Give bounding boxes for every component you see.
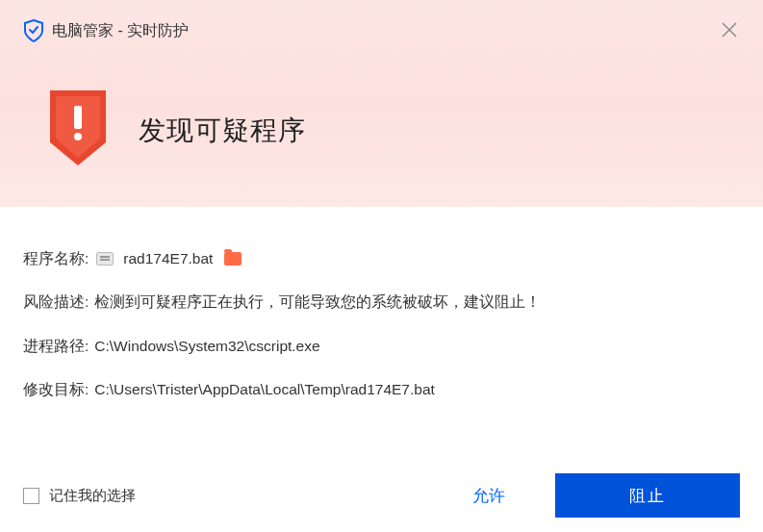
bat-file-icon bbox=[96, 252, 114, 266]
close-button[interactable] bbox=[721, 21, 738, 38]
risk-label: 风险描述: bbox=[23, 291, 89, 313]
remember-choice-section: 记住我的选择 bbox=[23, 487, 136, 505]
program-name-row: 程序名称: rad174E7.bat bbox=[23, 247, 740, 269]
svg-point-3 bbox=[74, 133, 82, 140]
target-path-row: 修改目标: C:\Users\Trister\AppData\Local\Tem… bbox=[23, 378, 740, 400]
folder-icon[interactable] bbox=[224, 252, 242, 266]
action-buttons: 允许 阻止 bbox=[449, 473, 740, 518]
risk-value: 检测到可疑程序正在执行，可能导致您的系统被破坏，建议阻止！ bbox=[94, 291, 541, 313]
header-top-row: 电脑管家 - 实时防护 bbox=[23, 19, 740, 42]
process-path-value: C:\Windows\System32\cscript.exe bbox=[94, 335, 319, 357]
svg-rect-2 bbox=[74, 106, 82, 129]
program-name-value: rad174E7.bat bbox=[123, 247, 213, 269]
footer-bar: 记住我的选择 允许 阻止 bbox=[0, 459, 763, 532]
close-icon bbox=[722, 22, 737, 38]
block-button[interactable]: 阻止 bbox=[555, 473, 740, 518]
target-label: 修改目标: bbox=[23, 378, 89, 400]
remember-label: 记住我的选择 bbox=[49, 487, 136, 505]
alert-section: 发现可疑程序 bbox=[44, 90, 740, 171]
program-name-label: 程序名称: bbox=[23, 247, 89, 269]
process-path-row: 进程路径: C:\Windows\System32\cscript.exe bbox=[23, 335, 740, 357]
window-title: 电脑管家 - 实时防护 bbox=[52, 21, 189, 41]
process-path-label: 进程路径: bbox=[23, 335, 89, 357]
details-section: 程序名称: rad174E7.bat 风险描述: 检测到可疑程序正在执行，可能导… bbox=[0, 207, 763, 400]
risk-description-row: 风险描述: 检测到可疑程序正在执行，可能导致您的系统被破坏，建议阻止！ bbox=[23, 291, 740, 313]
alert-heading: 发现可疑程序 bbox=[139, 113, 306, 149]
remember-checkbox[interactable] bbox=[23, 488, 39, 504]
alert-header: 电脑管家 - 实时防护 发现可疑程序 bbox=[0, 0, 763, 207]
warning-shield-icon bbox=[44, 90, 112, 171]
app-logo-icon bbox=[23, 19, 44, 42]
allow-button[interactable]: 允许 bbox=[449, 477, 528, 515]
target-value: C:\Users\Trister\AppData\Local\Temp\rad1… bbox=[94, 378, 435, 400]
